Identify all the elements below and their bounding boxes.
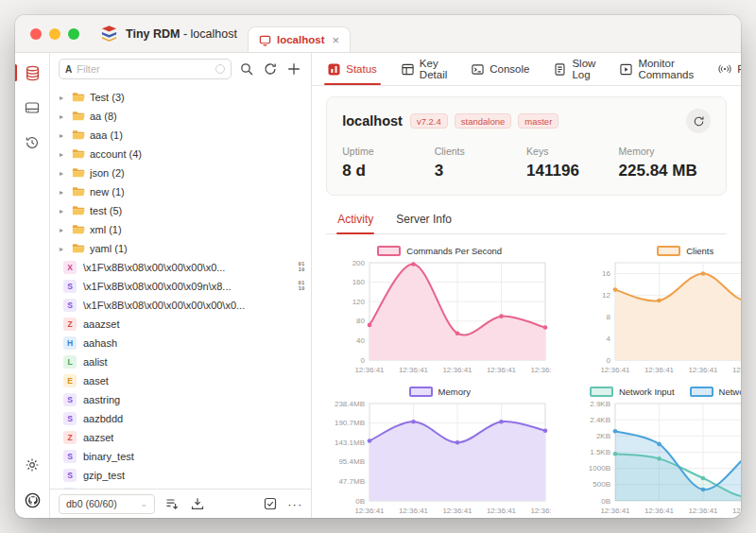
legend-item[interactable]: Memory [409, 387, 471, 397]
tree-key[interactable]: S gzip_test 0110 [50, 466, 311, 485]
stat-value: 225.84 MB [619, 162, 711, 181]
legend-marker-icon [590, 387, 613, 397]
key-type-badge: S [63, 412, 77, 425]
tree-key[interactable]: S \x1F\x8B\x08\x00\x00\x09n\x8... 0110 [50, 277, 311, 296]
legend-item[interactable]: Clients [657, 246, 713, 256]
legend-item[interactable]: Network Output [690, 387, 741, 397]
chevron-right-icon[interactable]: ▸ [60, 94, 67, 102]
database-icon [25, 65, 41, 81]
more-actions-button[interactable]: ··· [287, 497, 302, 511]
tree-folder[interactable]: ▸ xml (1) [50, 220, 311, 239]
pubsub-icon [718, 63, 731, 75]
status-icon [328, 63, 340, 76]
key-type-badge: X [63, 261, 77, 274]
binary-icon: 0110 [299, 281, 305, 292]
refresh-icon [264, 62, 277, 76]
key-list: X \x1F\x8B\x08\x00\x00\x00\x0... 0110 S … [50, 258, 311, 489]
folder-icon [72, 167, 85, 179]
tree-key[interactable]: E aaset 0110 [50, 371, 311, 390]
filter-input[interactable] [77, 63, 211, 75]
stat-value: 8 d [342, 162, 434, 181]
tree-key[interactable]: H aahash 0110 [50, 334, 311, 352]
svg-text:12:36:41: 12:36:41 [689, 507, 719, 515]
nav-tab[interactable]: Pub/Sub [706, 53, 741, 85]
tree-key[interactable]: L aalist 0110 [50, 352, 311, 371]
nav-tab-label: Monitor Commands [638, 58, 694, 80]
tree-folder[interactable]: ▸ aaa (1) [50, 126, 311, 145]
github-button[interactable] [22, 490, 43, 510]
chevron-right-icon[interactable]: ▸ [60, 226, 67, 234]
match-case-toggle[interactable]: A [65, 64, 72, 75]
server-badge: master [518, 113, 558, 129]
settings-button[interactable] [22, 455, 43, 475]
rail-server-button[interactable] [22, 97, 43, 118]
tree-folder[interactable]: ▸ yaml (1) [50, 239, 311, 258]
chevron-right-icon[interactable]: ▸ [60, 169, 67, 178]
tree-folder[interactable]: ▸ aa (8) [50, 107, 311, 126]
legend-item[interactable]: Commands Per Second [377, 246, 502, 256]
nav-tab[interactable]: Monitor Commands [608, 53, 706, 85]
nav-tab-label: Status [346, 63, 377, 75]
nav-tab-label: Pub/Sub [737, 63, 741, 75]
key-type-badge: Z [63, 318, 77, 331]
tree-folder[interactable]: ▸ account (4) [50, 145, 311, 163]
stat-item: Memory 225.84 MB [619, 146, 711, 181]
tab-localhost[interactable]: localhost × [248, 26, 351, 52]
key-detail-icon [402, 63, 414, 76]
load-all-button[interactable] [189, 495, 206, 512]
key-name: \x1F\x8B\x08\x00\x00\x00\x0... [83, 262, 225, 273]
key-name: \x1F\x8B\x08\x00\x00\x00\x00\x0... [83, 300, 245, 311]
rail-history-button[interactable] [22, 132, 43, 153]
checkbox-mode-button[interactable] [262, 495, 279, 512]
svg-text:12:36:41: 12:36:41 [443, 366, 473, 374]
filter-input-box[interactable]: A [59, 59, 232, 79]
tree-key[interactable]: Z aaazset 0110 [50, 315, 311, 334]
folder-icon [72, 205, 85, 216]
svg-text:95.4MB: 95.4MB [339, 457, 366, 466]
nav-tab[interactable]: Key Detail [389, 53, 459, 85]
activity-tab[interactable]: Activity [326, 204, 385, 233]
minimize-window-button[interactable] [49, 28, 60, 40]
tree-folder[interactable]: ▸ json (2) [50, 163, 311, 182]
nav-tab[interactable]: Console [459, 53, 541, 85]
nav-tab[interactable]: Slow Log [541, 53, 608, 85]
chevron-right-icon[interactable]: ▸ [60, 131, 67, 140]
nav-tab[interactable]: Status [316, 53, 389, 85]
tree-key[interactable]: S aazbddd 0110 [50, 409, 311, 428]
svg-text:47.7MB: 47.7MB [339, 477, 366, 486]
plus-icon [287, 62, 301, 76]
search-button[interactable] [238, 60, 255, 77]
key-name: aazset [83, 432, 113, 443]
rail-database-button[interactable] [22, 62, 43, 83]
tree-key[interactable]: X \x1F\x8B\x08\x00\x00\x00\x0... 0110 [50, 258, 311, 277]
close-window-button[interactable] [30, 28, 42, 40]
tree-key[interactable]: S binary_test 0110 [50, 447, 311, 466]
tree-folder[interactable]: ▸ new (1) [50, 182, 311, 201]
key-type-badge: S [63, 299, 77, 312]
chevron-right-icon[interactable]: ▸ [60, 150, 67, 159]
chevron-right-icon[interactable]: ▸ [60, 188, 67, 197]
chevron-right-icon[interactable]: ▸ [60, 112, 67, 121]
close-tab-icon[interactable]: × [332, 33, 339, 47]
tree-key[interactable]: S aastring 0110 [50, 390, 311, 409]
db-selector[interactable]: db0 (60/60) ⌄ [59, 494, 155, 514]
add-key-button[interactable] [285, 60, 302, 77]
legend-item[interactable]: Network Input [590, 387, 675, 397]
tree-key[interactable]: Z aazset 0110 [50, 428, 311, 447]
tree-key[interactable]: S \x1F\x8B\x08\x00\x00\x00\x00\x0... 011… [50, 296, 311, 315]
refresh-status-button[interactable] [686, 109, 711, 133]
reload-keys-button[interactable] [262, 60, 279, 77]
folder-icon [72, 129, 85, 141]
tree-folder[interactable]: ▸ Test (3) [50, 88, 311, 107]
zoom-window-button[interactable] [68, 28, 79, 40]
svg-text:12:36:41: 12:36:41 [487, 507, 517, 515]
tree-folder[interactable]: ▸ test (5) [50, 201, 311, 220]
load-more-button[interactable] [163, 495, 180, 512]
filter-mode-icon[interactable] [215, 64, 225, 74]
chevron-right-icon[interactable]: ▸ [60, 245, 67, 253]
app-logo-icon [100, 25, 118, 43]
activity-tab[interactable]: Server Info [385, 204, 463, 233]
svg-text:2.9KB: 2.9KB [590, 400, 610, 408]
chevron-right-icon[interactable]: ▸ [60, 207, 67, 215]
list-load-icon [165, 497, 179, 510]
